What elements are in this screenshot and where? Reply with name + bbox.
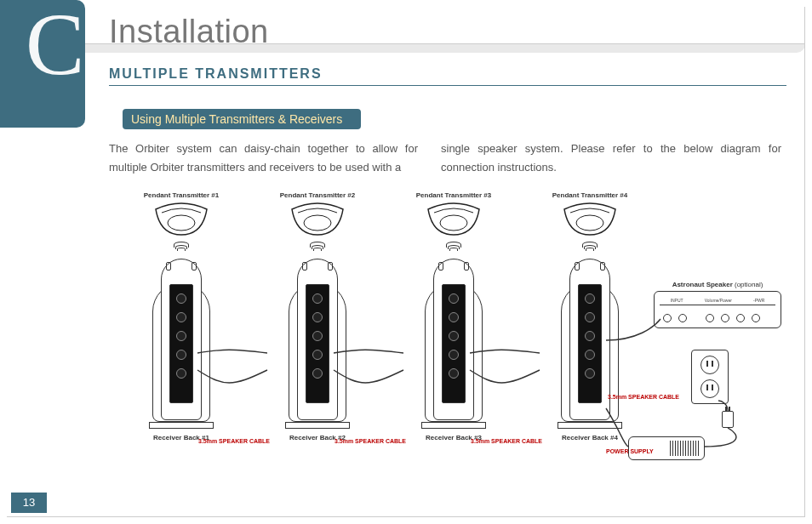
body-paragraph-col1: The Orbiter system can daisy-chain toget… xyxy=(109,140,418,177)
transmitter-label-4: Pendant Transmitter #4 xyxy=(518,191,662,199)
power-plug-icon xyxy=(722,411,734,428)
pendant-icon xyxy=(560,202,620,236)
section-title: MULTIPLE TRANSMITTERS xyxy=(109,66,323,82)
receiver-icon xyxy=(285,259,350,429)
pendant-icon xyxy=(288,202,347,236)
connection-diagram: Pendant Transmitter #1 Receiver Back #1 … xyxy=(109,191,790,489)
page-border-right xyxy=(804,7,805,517)
receiver-icon xyxy=(421,259,486,429)
page-title: Installation xyxy=(109,14,269,50)
section-rule xyxy=(109,85,786,86)
cable-label-2: 3.5mm SPEAKER CABLE xyxy=(335,438,406,444)
speaker-label: Astronaut Speaker (optional) xyxy=(654,281,781,288)
pendant-icon xyxy=(152,202,211,236)
transmitter-label-2: Pendant Transmitter #2 xyxy=(245,191,390,199)
unit-2: Pendant Transmitter #2 Receiver Back #2 xyxy=(245,191,390,441)
page-number: 13 xyxy=(11,493,47,513)
unit-4: Pendant Transmitter #4 Receiver Back #4 xyxy=(518,191,662,441)
unit-1: Pendant Transmitter #1 Receiver Back #1 xyxy=(109,191,254,441)
astronaut-speaker: Astronaut Speaker (optional) INPUT Volum… xyxy=(654,281,781,328)
power-supply-label: POWER SUPPLY xyxy=(606,448,654,454)
chapter-letter: C xyxy=(26,0,84,88)
unit-3: Pendant Transmitter #3 Receiver Back #3 xyxy=(381,191,526,441)
cable-label-1: 3.5mm SPEAKER CABLE xyxy=(198,438,270,444)
transmitter-label-1: Pendant Transmitter #1 xyxy=(109,191,254,199)
body-paragraph-col2: single speaker system. Please refer to t… xyxy=(441,140,781,177)
wireless-waves-icon xyxy=(109,242,254,257)
wireless-waves-icon xyxy=(381,242,526,257)
wireless-waves-icon xyxy=(518,242,662,257)
transmitter-label-3: Pendant Transmitter #3 xyxy=(381,191,526,199)
pendant-icon xyxy=(424,202,483,236)
page-border-bottom xyxy=(7,516,805,517)
receiver-icon xyxy=(558,259,622,429)
cable-label-3: 3.5mm SPEAKER CABLE xyxy=(471,438,542,444)
cable-label-4: 3.5mm SPEAKER CABLE xyxy=(608,394,679,400)
receiver-icon xyxy=(149,259,214,429)
subheading: Using Multiple Transmitters & Receivers xyxy=(123,109,361,129)
speaker-box-icon: INPUT Volume/Power -PWR xyxy=(654,291,781,328)
wireless-waves-icon xyxy=(245,242,390,257)
wall-outlet-icon xyxy=(691,350,729,404)
chapter-tab: C xyxy=(0,0,85,128)
